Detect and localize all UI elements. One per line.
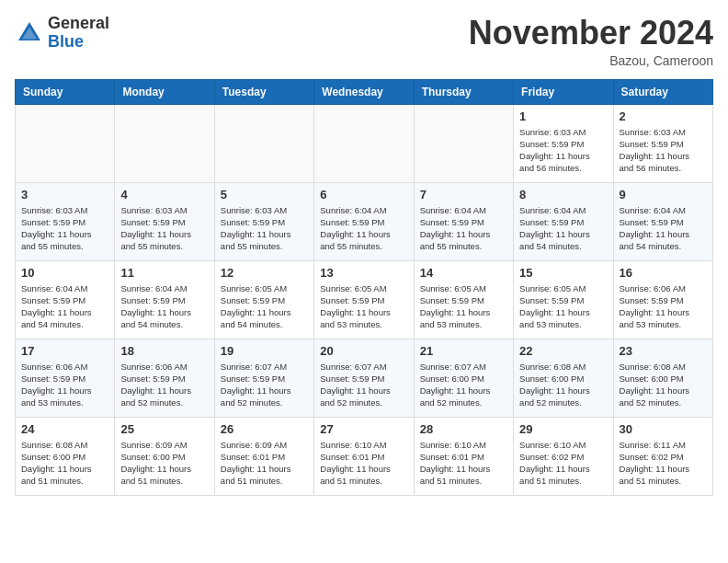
- calendar-cell: 18Sunrise: 6:06 AM Sunset: 5:59 PM Dayli…: [115, 339, 214, 417]
- week-row-5: 24Sunrise: 6:08 AM Sunset: 6:00 PM Dayli…: [16, 417, 713, 495]
- calendar-cell: 30Sunrise: 6:11 AM Sunset: 6:02 PM Dayli…: [613, 417, 712, 495]
- week-row-4: 17Sunrise: 6:06 AM Sunset: 5:59 PM Dayli…: [16, 339, 713, 417]
- weekday-header-sunday: Sunday: [16, 79, 115, 104]
- day-number: 9: [620, 188, 707, 201]
- day-number: 3: [21, 188, 108, 201]
- calendar-cell: 5Sunrise: 6:03 AM Sunset: 5:59 PM Daylig…: [214, 182, 313, 260]
- calendar-cell: 15Sunrise: 6:05 AM Sunset: 5:59 PM Dayli…: [514, 260, 613, 339]
- calendar-cell: [314, 104, 414, 182]
- day-info: Sunrise: 6:03 AM Sunset: 5:59 PM Dayligh…: [120, 204, 208, 253]
- calendar-cell: 21Sunrise: 6:07 AM Sunset: 6:00 PM Dayli…: [414, 339, 513, 417]
- weekday-header-friday: Friday: [514, 79, 613, 104]
- logo-text: General Blue: [48, 15, 109, 52]
- calendar-cell: 11Sunrise: 6:04 AM Sunset: 5:59 PM Dayli…: [115, 260, 214, 339]
- day-number: 16: [620, 266, 707, 280]
- day-number: 8: [519, 188, 607, 201]
- week-row-3: 10Sunrise: 6:04 AM Sunset: 5:59 PM Dayli…: [16, 260, 713, 339]
- day-number: 17: [21, 344, 108, 358]
- calendar-cell: 16Sunrise: 6:06 AM Sunset: 5:59 PM Dayli…: [613, 260, 712, 339]
- day-number: 23: [620, 344, 707, 358]
- day-info: Sunrise: 6:05 AM Sunset: 5:59 PM Dayligh…: [420, 282, 507, 331]
- day-info: Sunrise: 6:08 AM Sunset: 6:00 PM Dayligh…: [21, 439, 108, 488]
- week-row-1: 1Sunrise: 6:03 AM Sunset: 5:59 PM Daylig…: [16, 104, 713, 182]
- day-number: 13: [320, 266, 407, 280]
- calendar-cell: 6Sunrise: 6:04 AM Sunset: 5:59 PM Daylig…: [314, 182, 414, 260]
- day-number: 1: [519, 109, 607, 123]
- day-number: 14: [420, 266, 507, 280]
- day-info: Sunrise: 6:11 AM Sunset: 6:02 PM Dayligh…: [620, 439, 707, 488]
- day-number: 27: [320, 422, 407, 436]
- day-info: Sunrise: 6:03 AM Sunset: 5:59 PM Dayligh…: [620, 126, 707, 175]
- calendar-header-row: SundayMondayTuesdayWednesdayThursdayFrid…: [16, 79, 713, 104]
- calendar-cell: 8Sunrise: 6:04 AM Sunset: 5:59 PM Daylig…: [514, 182, 613, 260]
- day-number: 19: [221, 344, 308, 358]
- day-info: Sunrise: 6:07 AM Sunset: 5:59 PM Dayligh…: [221, 361, 308, 409]
- day-info: Sunrise: 6:09 AM Sunset: 6:00 PM Dayligh…: [120, 439, 208, 488]
- day-info: Sunrise: 6:07 AM Sunset: 6:00 PM Dayligh…: [420, 361, 507, 409]
- day-info: Sunrise: 6:03 AM Sunset: 5:59 PM Dayligh…: [519, 126, 607, 175]
- calendar-cell: 9Sunrise: 6:04 AM Sunset: 5:59 PM Daylig…: [613, 182, 712, 260]
- day-info: Sunrise: 6:04 AM Sunset: 5:59 PM Dayligh…: [519, 204, 607, 253]
- day-info: Sunrise: 6:10 AM Sunset: 6:02 PM Dayligh…: [519, 439, 607, 488]
- calendar-cell: 20Sunrise: 6:07 AM Sunset: 5:59 PM Dayli…: [314, 339, 414, 417]
- calendar-cell: 3Sunrise: 6:03 AM Sunset: 5:59 PM Daylig…: [16, 182, 115, 260]
- day-number: 30: [620, 422, 707, 436]
- day-info: Sunrise: 6:06 AM Sunset: 5:59 PM Dayligh…: [21, 361, 108, 409]
- day-number: 7: [420, 188, 507, 201]
- calendar-cell: 26Sunrise: 6:09 AM Sunset: 6:01 PM Dayli…: [214, 417, 313, 495]
- weekday-header-wednesday: Wednesday: [314, 79, 414, 104]
- day-info: Sunrise: 6:03 AM Sunset: 5:59 PM Dayligh…: [21, 204, 108, 253]
- day-info: Sunrise: 6:07 AM Sunset: 5:59 PM Dayligh…: [320, 361, 407, 409]
- day-info: Sunrise: 6:05 AM Sunset: 5:59 PM Dayligh…: [320, 282, 407, 331]
- day-info: Sunrise: 6:06 AM Sunset: 5:59 PM Dayligh…: [620, 282, 707, 331]
- day-info: Sunrise: 6:10 AM Sunset: 6:01 PM Dayligh…: [320, 439, 407, 488]
- logo-icon: [15, 18, 44, 48]
- day-number: 10: [21, 266, 108, 280]
- day-info: Sunrise: 6:04 AM Sunset: 5:59 PM Dayligh…: [420, 204, 507, 253]
- calendar-cell: 14Sunrise: 6:05 AM Sunset: 5:59 PM Dayli…: [414, 260, 513, 339]
- day-number: 11: [120, 266, 208, 280]
- calendar-cell: [115, 104, 214, 182]
- day-number: 22: [519, 344, 607, 358]
- calendar-cell: 7Sunrise: 6:04 AM Sunset: 5:59 PM Daylig…: [414, 182, 513, 260]
- calendar-cell: 17Sunrise: 6:06 AM Sunset: 5:59 PM Dayli…: [16, 339, 115, 417]
- weekday-header-saturday: Saturday: [613, 79, 712, 104]
- day-info: Sunrise: 6:04 AM Sunset: 5:59 PM Dayligh…: [620, 204, 707, 253]
- calendar-cell: [214, 104, 313, 182]
- day-number: 18: [120, 344, 208, 358]
- day-info: Sunrise: 6:06 AM Sunset: 5:59 PM Dayligh…: [120, 361, 208, 409]
- calendar-cell: 29Sunrise: 6:10 AM Sunset: 6:02 PM Dayli…: [514, 417, 613, 495]
- calendar-cell: 10Sunrise: 6:04 AM Sunset: 5:59 PM Dayli…: [16, 260, 115, 339]
- day-number: 4: [120, 188, 208, 201]
- day-number: 15: [519, 266, 607, 280]
- day-info: Sunrise: 6:04 AM Sunset: 5:59 PM Dayligh…: [21, 282, 108, 331]
- page-header: General Blue November 2024 Bazou, Camero…: [15, 15, 713, 68]
- day-info: Sunrise: 6:10 AM Sunset: 6:01 PM Dayligh…: [420, 439, 507, 488]
- day-info: Sunrise: 6:04 AM Sunset: 5:59 PM Dayligh…: [320, 204, 407, 253]
- day-number: 26: [221, 422, 308, 436]
- week-row-2: 3Sunrise: 6:03 AM Sunset: 5:59 PM Daylig…: [16, 182, 713, 260]
- day-info: Sunrise: 6:03 AM Sunset: 5:59 PM Dayligh…: [221, 204, 308, 253]
- day-info: Sunrise: 6:08 AM Sunset: 6:00 PM Dayligh…: [620, 361, 707, 409]
- day-info: Sunrise: 6:09 AM Sunset: 6:01 PM Dayligh…: [221, 439, 308, 488]
- day-number: 12: [221, 266, 308, 280]
- calendar-cell: 22Sunrise: 6:08 AM Sunset: 6:00 PM Dayli…: [514, 339, 613, 417]
- calendar-table: SundayMondayTuesdayWednesdayThursdayFrid…: [15, 79, 713, 496]
- calendar-cell: 24Sunrise: 6:08 AM Sunset: 6:00 PM Dayli…: [16, 417, 115, 495]
- day-number: 28: [420, 422, 507, 436]
- logo: General Blue: [15, 15, 109, 52]
- calendar-cell: 2Sunrise: 6:03 AM Sunset: 5:59 PM Daylig…: [613, 104, 712, 182]
- weekday-header-tuesday: Tuesday: [214, 79, 313, 104]
- day-number: 2: [620, 109, 707, 123]
- calendar-cell: 1Sunrise: 6:03 AM Sunset: 5:59 PM Daylig…: [514, 104, 613, 182]
- calendar-cell: 12Sunrise: 6:05 AM Sunset: 5:59 PM Dayli…: [214, 260, 313, 339]
- day-info: Sunrise: 6:04 AM Sunset: 5:59 PM Dayligh…: [120, 282, 208, 331]
- calendar-cell: 27Sunrise: 6:10 AM Sunset: 6:01 PM Dayli…: [314, 417, 414, 495]
- day-number: 21: [420, 344, 507, 358]
- weekday-header-monday: Monday: [115, 79, 214, 104]
- calendar-cell: 19Sunrise: 6:07 AM Sunset: 5:59 PM Dayli…: [214, 339, 313, 417]
- calendar-cell: [414, 104, 513, 182]
- day-number: 5: [221, 188, 308, 201]
- weekday-header-thursday: Thursday: [414, 79, 513, 104]
- calendar-cell: 28Sunrise: 6:10 AM Sunset: 6:01 PM Dayli…: [414, 417, 513, 495]
